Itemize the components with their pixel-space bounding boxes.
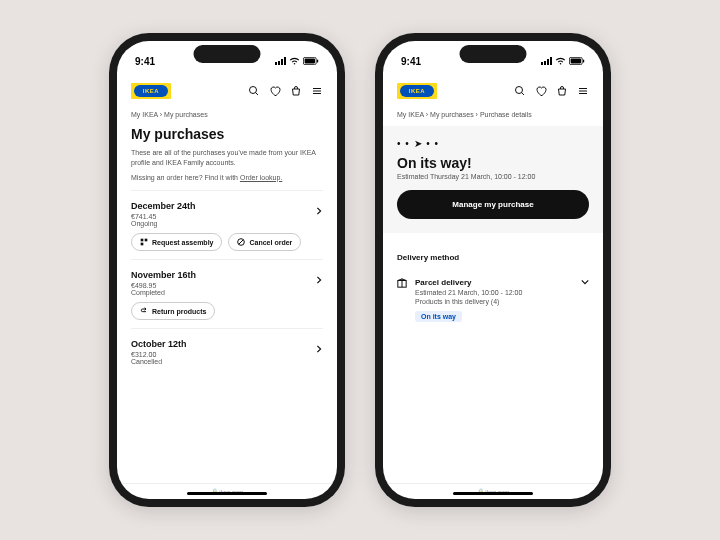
- cancel-order-button[interactable]: Cancel order: [228, 233, 301, 251]
- menu-icon[interactable]: [577, 85, 589, 97]
- home-indicator[interactable]: [187, 492, 267, 495]
- purchase-amount: €312.00: [131, 351, 323, 358]
- status-icons: [541, 57, 585, 65]
- wifi-icon: [555, 57, 566, 65]
- purchase-amount: €741.45: [131, 213, 323, 220]
- svg-point-3: [250, 87, 257, 94]
- menu-icon[interactable]: [311, 85, 323, 97]
- purchase-item[interactable]: October 12th €312.00 Cancelled: [131, 328, 323, 373]
- svg-rect-10: [141, 243, 144, 246]
- svg-rect-9: [145, 239, 148, 242]
- purchase-date: December 24th: [131, 201, 323, 211]
- svg-rect-8: [141, 239, 144, 242]
- purchase-amount: €498.95: [131, 282, 323, 289]
- heart-icon[interactable]: [269, 85, 281, 97]
- truck-progress-icon: • • ➤ • •: [397, 138, 589, 149]
- notch: [460, 45, 527, 63]
- cancel-icon: [237, 238, 245, 246]
- delivery-method-heading: Delivery method: [397, 253, 589, 262]
- cellular-icon: [275, 57, 286, 65]
- breadcrumb[interactable]: My IKEA › My purchases › Purchase detail…: [397, 107, 589, 126]
- purchase-status: Cancelled: [131, 358, 323, 365]
- lookup-line: Missing an order here? Find it with Orde…: [131, 173, 323, 183]
- home-indicator[interactable]: [453, 492, 533, 495]
- phone-right: 9:41 IKEA My IKEA › My purchases › Purch…: [375, 33, 611, 507]
- phone-left: 9:41 IKEA My IKEA › My purchases My purc…: [109, 33, 345, 507]
- chevron-right-icon: [315, 276, 323, 284]
- status-time: 9:41: [401, 56, 421, 67]
- breadcrumb[interactable]: My IKEA › My purchases: [131, 107, 323, 126]
- purchase-date: November 16th: [131, 270, 323, 280]
- purchase-date: October 12th: [131, 339, 323, 349]
- status-eta: Estimated Thursday 21 March, 10:00 - 12:…: [397, 173, 589, 180]
- footer: 🔒 ikea.com: [383, 483, 603, 499]
- header-icons: [514, 85, 589, 97]
- purchase-item[interactable]: November 16th €498.95 Completed Return p…: [131, 259, 323, 328]
- package-icon: [397, 278, 407, 288]
- wifi-icon: [289, 57, 300, 65]
- svg-line-12: [239, 240, 243, 244]
- svg-rect-14: [571, 59, 581, 64]
- screen-left: 9:41 IKEA My IKEA › My purchases My purc…: [117, 41, 337, 499]
- assembly-icon: [140, 238, 148, 246]
- content-right: My IKEA › My purchases › Purchase detail…: [383, 107, 603, 483]
- notch: [194, 45, 261, 63]
- bag-icon[interactable]: [556, 85, 568, 97]
- status-block: • • ➤ • • On its way! Estimated Thursday…: [383, 126, 603, 233]
- request-assembly-button[interactable]: Request assembly: [131, 233, 222, 251]
- footer: 🔒 ikea.com: [117, 483, 337, 499]
- chevron-down-icon[interactable]: [581, 278, 589, 286]
- page-description: These are all of the purchases you've ma…: [131, 148, 323, 168]
- svg-point-16: [516, 87, 523, 94]
- return-icon: [140, 307, 148, 315]
- svg-line-17: [522, 93, 525, 96]
- screen-right: 9:41 IKEA My IKEA › My purchases › Purch…: [383, 41, 603, 499]
- svg-rect-2: [317, 59, 318, 62]
- status-time: 9:41: [135, 56, 155, 67]
- content-left: My IKEA › My purchases My purchases Thes…: [117, 107, 337, 483]
- purchase-status: Completed: [131, 289, 323, 296]
- ikea-logo[interactable]: IKEA: [131, 83, 171, 99]
- status-icons: [275, 57, 319, 65]
- cellular-icon: [541, 57, 552, 65]
- action-row: Request assembly Cancel order: [131, 233, 323, 251]
- battery-icon: [303, 57, 319, 65]
- delivery-eta: Estimated 21 March, 10:00 - 12:00: [415, 289, 573, 296]
- ikea-logo[interactable]: IKEA: [397, 83, 437, 99]
- heart-icon[interactable]: [535, 85, 547, 97]
- purchase-status: Ongoing: [131, 220, 323, 227]
- purchase-item[interactable]: December 24th €741.45 Ongoing Request as…: [131, 190, 323, 259]
- app-header: IKEA: [117, 77, 337, 107]
- action-row: Return products: [131, 302, 323, 320]
- status-title: On its way!: [397, 155, 589, 171]
- search-icon[interactable]: [248, 85, 260, 97]
- battery-icon: [569, 57, 585, 65]
- svg-rect-1: [305, 59, 315, 64]
- header-icons: [248, 85, 323, 97]
- chevron-right-icon: [315, 207, 323, 215]
- delivery-title: Parcel delivery: [415, 278, 573, 287]
- delivery-product-count: Products in this delivery (4): [415, 298, 573, 305]
- svg-line-4: [256, 93, 259, 96]
- delivery-block[interactable]: Parcel delivery Estimated 21 March, 10:0…: [397, 274, 589, 322]
- bag-icon[interactable]: [290, 85, 302, 97]
- svg-rect-15: [583, 59, 584, 62]
- status-badge: On its way: [415, 311, 462, 322]
- return-products-button[interactable]: Return products: [131, 302, 215, 320]
- chevron-right-icon: [315, 345, 323, 353]
- app-header: IKEA: [383, 77, 603, 107]
- manage-purchase-button[interactable]: Manage my purchase: [397, 190, 589, 219]
- search-icon[interactable]: [514, 85, 526, 97]
- order-lookup-link[interactable]: Order lookup.: [240, 174, 282, 181]
- page-title: My purchases: [131, 126, 323, 142]
